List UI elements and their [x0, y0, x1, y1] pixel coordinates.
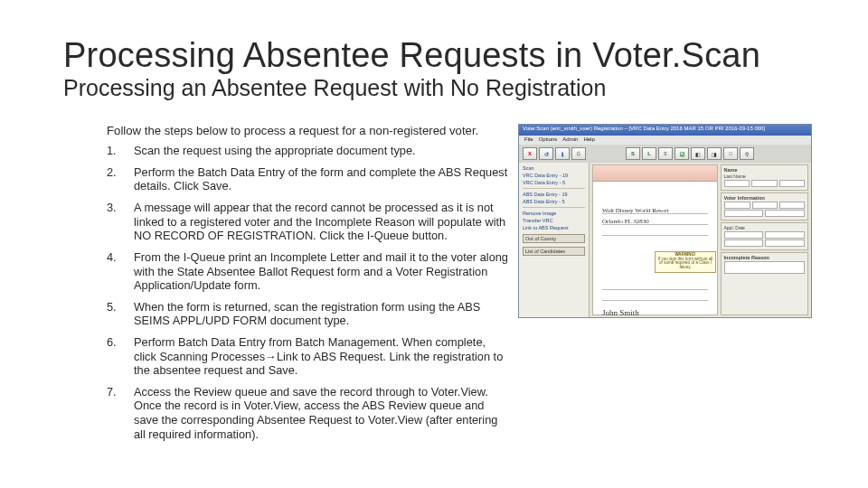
form-blank-line [602, 294, 708, 301]
suffix-field[interactable] [779, 180, 805, 187]
print-icon[interactable]: ⎙ [571, 147, 586, 160]
step-item: 1.Scan the request using the appropriate… [107, 144, 511, 158]
panel-left-icon[interactable]: ◧ [691, 147, 705, 160]
sidebar-separator [523, 207, 585, 208]
step-text: Perform the Batch Data Entry of the form… [134, 165, 511, 193]
step-text: Scan the request using the appropriate d… [134, 144, 511, 158]
appl-panel: Appl. Date [721, 222, 809, 250]
screenshot-voterscan: Voter.Scan (eric_smith_user) Registratio… [518, 124, 812, 318]
page-title: Processing Absentee Requests in Voter.Sc… [63, 38, 868, 74]
id-num-field[interactable] [765, 239, 805, 247]
window-icon[interactable]: □ [723, 147, 738, 160]
step-text: A message will appear that the record ca… [134, 201, 511, 243]
age-field[interactable] [752, 202, 778, 209]
panel-title: Name [724, 167, 806, 173]
check-icon[interactable]: ☑ [675, 147, 689, 160]
link-icon[interactable]: L [642, 147, 656, 160]
close-icon[interactable]: X [523, 147, 537, 160]
app-body: Scan VRC Data Entry - 19 VRC Data Entry … [519, 163, 811, 317]
step-number: 6. [107, 335, 134, 378]
save-icon[interactable]: S [626, 147, 640, 160]
step-item: 7.Access the Review queue and save the r… [107, 385, 511, 441]
form-address-line: Walt Disney World Resort [602, 207, 708, 214]
step-number: 3. [107, 201, 134, 243]
form-city-line: Orlando FL 32830 [602, 218, 708, 225]
step-item: 5.When the form is returned, scan the re… [107, 300, 511, 328]
panel-title: Voter Information [724, 195, 806, 201]
step-item: 6.Perform Batch Data Entry from Batch Ma… [107, 335, 511, 378]
incomplete-reason-field[interactable] [724, 261, 806, 274]
appl-num-field[interactable] [765, 231, 805, 239]
incomplete-reason-panel: Incomplete Reason [721, 252, 809, 315]
step-number: 7. [107, 385, 134, 441]
scanned-form: Walt Disney World Resort Orlando FL 3283… [592, 164, 718, 315]
sidebar-item-vrc19[interactable]: VRC Data Entry - 19 [523, 173, 585, 178]
sidebar-item-scan[interactable]: Scan [523, 165, 585, 171]
out-of-county-button[interactable]: Out of County [523, 234, 585, 243]
steps-list: 1.Scan the request using the appropriate… [107, 144, 511, 441]
phone-field[interactable] [724, 210, 764, 217]
refresh-icon[interactable]: ↺ [539, 147, 553, 160]
sidebar-item-remove-image[interactable]: Remove Image [523, 211, 585, 216]
sidebar-item-abs19[interactable]: ABS Data Entry - 19 [523, 192, 585, 197]
step-item: 4.From the I-Queue print an Incomplete L… [107, 250, 511, 293]
label-last-name: Last Name [724, 174, 746, 179]
warning-text: If you sign this form without all or som… [658, 257, 712, 269]
info-icon[interactable]: ℹ [555, 147, 570, 160]
menu-options[interactable]: Options [539, 136, 558, 144]
step-item: 2.Perform the Batch Data Entry of the fo… [107, 165, 511, 193]
step-number: 5. [107, 300, 134, 328]
appl-date-field[interactable] [724, 231, 764, 239]
screenshot-column: Voter.Scan (eric_smith_user) Registratio… [518, 124, 812, 318]
id-type-field[interactable] [724, 239, 764, 247]
toolbar: X ↺ ℹ ⎙ S L ≡ ☑ ◧ ◨ □ ⚲ [519, 145, 811, 163]
panel-title: Incomplete Reason [724, 255, 806, 260]
sidebar-item-vrc5[interactable]: VRC Data Entry - 5 [523, 180, 585, 185]
sidebar-item-link-abs[interactable]: Link to ABS Request [523, 225, 585, 230]
page-subtitle: Processing an Absentee Request with No R… [63, 76, 868, 101]
sidebar: Scan VRC Data Entry - 19 VRC Data Entry … [519, 163, 590, 317]
name-panel: Name Last Name [721, 164, 809, 191]
sidebar-separator [523, 188, 585, 189]
form-blank-line [602, 283, 708, 290]
step-number: 1. [107, 144, 134, 158]
menu-file[interactable]: File [524, 136, 533, 144]
step-number: 4. [107, 250, 134, 293]
voter-info-panel: Voter Information [721, 192, 809, 221]
first-name-field[interactable] [751, 180, 778, 187]
step-text: Perform Batch Data Entry from Batch Mana… [134, 335, 511, 378]
menubar: File Options Admin Help [519, 136, 811, 145]
menu-admin[interactable]: Admin [562, 136, 578, 144]
list-icon[interactable]: ≡ [658, 147, 673, 160]
step-text: From the I-Queue print an Incomplete Let… [134, 250, 511, 293]
sidebar-item-abs5[interactable]: ABS Data Entry - 5 [523, 199, 585, 204]
window-titlebar: Voter.Scan (eric_smith_user) Registratio… [519, 125, 811, 136]
panel-right-icon[interactable]: ◨ [707, 147, 722, 160]
step-number: 2. [107, 165, 134, 193]
sidebar-item-transfer-vrc[interactable]: Transfer VRC [523, 218, 585, 223]
right-panels: Name Last Name Voter Information Appl. D… [721, 164, 809, 315]
search-icon[interactable]: ⚲ [740, 147, 754, 160]
main-area: Walt Disney World Resort Orlando FL 3283… [590, 163, 811, 317]
form-signature: John Smith [602, 308, 708, 315]
form-warning-box: WARNING! If you sign this form without a… [655, 251, 716, 273]
uocava-field[interactable] [765, 210, 805, 217]
menu-help[interactable]: Help [583, 136, 594, 144]
list-of-candidates-button[interactable]: List of Candidates [523, 247, 585, 256]
intro-text: Follow the steps below to process a requ… [107, 124, 511, 138]
step-text: When the form is returned, scan the regi… [134, 300, 511, 328]
last-name-field[interactable] [724, 180, 750, 187]
step-item: 3.A message will appear that the record … [107, 201, 511, 243]
gender-field[interactable] [779, 202, 805, 209]
label-appl-date: Appl. Date [724, 225, 745, 230]
step-text: Access the Review queue and save the rec… [134, 385, 511, 441]
form-header-photo [593, 165, 717, 182]
instructions-column: Follow the steps below to process a requ… [63, 124, 511, 448]
form-blank-line [602, 229, 708, 236]
content-row: Follow the steps below to process a requ… [63, 124, 868, 448]
dob-field[interactable] [724, 202, 751, 209]
